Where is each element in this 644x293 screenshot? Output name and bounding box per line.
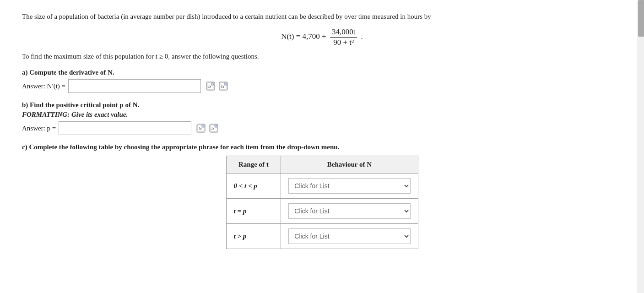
svg-rect-15	[215, 125, 217, 127]
subtext: To find the maximum size of this populat…	[22, 53, 622, 60]
formula-fraction: 34,000t 90 + t²	[330, 27, 357, 47]
table-header-row: Range of t Behaviour of N	[226, 156, 418, 174]
section-b: b) Find the positive critical point p of…	[22, 101, 622, 135]
svg-rect-11	[202, 125, 204, 127]
behaviour-dropdown-2[interactable]: Click for ListN is increasingN is decrea…	[288, 228, 410, 244]
range-cell-0: 0 < t < p	[226, 174, 281, 199]
part-b-label: b) Find the positive critical point p of…	[22, 101, 622, 109]
part-b-input[interactable]	[59, 121, 191, 135]
table-row: 0 < t < pClick for ListN is increasingN …	[226, 174, 418, 199]
formula-icon-1: fx	[206, 81, 216, 91]
part-a-answer-label: Answer: N′(t) =	[22, 82, 65, 90]
dropdown-cell-0: Click for ListN is increasingN is decrea…	[281, 174, 418, 199]
scrollbar-thumb[interactable]	[638, 0, 644, 37]
intro-text: The size of a population of bacteria (in…	[22, 11, 622, 22]
behaviour-dropdown-1[interactable]: Click for ListN is increasingN is decrea…	[288, 203, 410, 219]
behaviour-table: Range of t Behaviour of N 0 < t < pClick…	[226, 156, 418, 249]
svg-text:fx: fx	[211, 126, 215, 131]
part-b-answer-row: Answer: p = fx fx	[22, 121, 622, 135]
svg-text:fx: fx	[221, 84, 225, 89]
part-c-label: c) Complete the following table by choos…	[22, 143, 622, 151]
table-row: t = pClick for ListN is increasingN is d…	[226, 199, 418, 224]
dropdown-cell-2: Click for ListN is increasingN is decrea…	[281, 224, 418, 249]
formula-icon-4: fx	[209, 123, 219, 133]
section-a: a) Compute the derivative of N. Answer: …	[22, 69, 622, 93]
behaviour-dropdown-0[interactable]: Click for ListN is increasingN is decrea…	[288, 178, 410, 194]
section-c: c) Complete the following table by choos…	[22, 143, 622, 249]
formula-block: N(t) = 4,700 + 34,000t 90 + t² .	[22, 27, 622, 47]
part-a-icon2-button[interactable]: fx	[217, 80, 229, 92]
col1-header: Range of t	[226, 156, 281, 174]
range-cell-2: t > p	[226, 224, 281, 249]
part-b-formatting: FORMATTING: Give its exact value.	[22, 111, 622, 119]
table-body: 0 < t < pClick for ListN is increasingN …	[226, 174, 418, 249]
part-a-answer-row: Answer: N′(t) = fx fx	[22, 79, 622, 93]
part-a-input[interactable]	[68, 79, 201, 93]
scrollbar[interactable]	[638, 0, 644, 293]
formula-numerator: 34,000t	[330, 27, 357, 38]
formula-lhs: N(t) = 4,700 +	[281, 32, 326, 41]
formula-period: .	[361, 32, 363, 41]
formula-denominator: 90 + t²	[331, 38, 356, 47]
formula-icon-3: fx	[196, 123, 206, 133]
formula-icon-2: fx	[218, 81, 228, 91]
svg-rect-3	[211, 83, 214, 85]
svg-text:fx: fx	[199, 126, 202, 131]
part-a-icon1-button[interactable]: fx	[205, 80, 216, 92]
part-a-label: a) Compute the derivative of N.	[22, 69, 622, 76]
col2-header: Behaviour of N	[281, 156, 418, 174]
part-b-icon1-button[interactable]: fx	[195, 122, 207, 134]
svg-text:fx: fx	[208, 84, 212, 89]
table-wrapper: Range of t Behaviour of N 0 < t < pClick…	[22, 156, 622, 249]
svg-rect-7	[224, 83, 227, 85]
table-row: t > pClick for ListN is increasingN is d…	[226, 224, 418, 249]
dropdown-cell-1: Click for ListN is increasingN is decrea…	[281, 199, 418, 224]
part-b-answer-label: Answer: p =	[22, 125, 56, 132]
part-b-icon2-button[interactable]: fx	[208, 122, 220, 134]
range-cell-1: t = p	[226, 199, 281, 224]
